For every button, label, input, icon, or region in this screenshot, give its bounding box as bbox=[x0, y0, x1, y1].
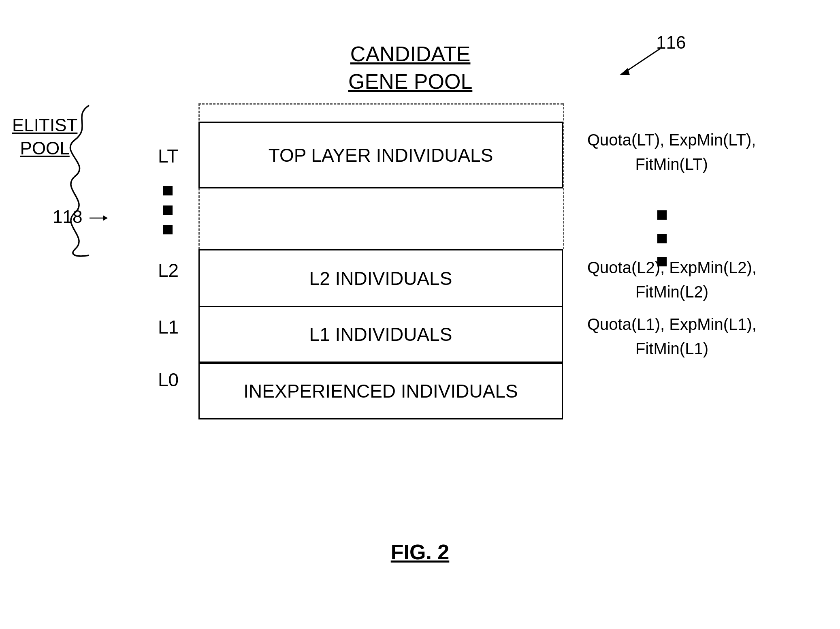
title-line2: GENE POOL bbox=[348, 70, 472, 93]
candidate-gene-pool-title: CANDIDATE GENE POOL bbox=[348, 41, 472, 95]
top-layer-text: TOP LAYER INDIVIDUALS bbox=[269, 144, 493, 166]
wavy-brace-icon bbox=[65, 103, 97, 257]
l1-box: L1 INDIVIDUALS bbox=[198, 306, 563, 363]
annotation-l1-line1: Quota(L1), ExpMin(L1), bbox=[587, 315, 757, 333]
svg-line-0 bbox=[624, 49, 660, 73]
annotation-lt-line2: FitMin(LT) bbox=[635, 155, 708, 173]
l2-box: L2 INDIVIDUALS bbox=[198, 249, 563, 306]
svg-marker-1 bbox=[620, 68, 630, 75]
l0-text: INEXPERIENCED INDIVIDUALS bbox=[243, 380, 518, 402]
svg-marker-3 bbox=[103, 215, 108, 221]
layer-l2-label: L2 bbox=[158, 259, 179, 281]
ref-118-label: 118 bbox=[53, 207, 108, 227]
annotation-l2: Quota(L2), ExpMin(L2), FitMin(L2) bbox=[587, 255, 757, 304]
annotation-l2-line1: Quota(L2), ExpMin(L2), bbox=[587, 259, 757, 276]
l2-text: L2 INDIVIDUALS bbox=[309, 267, 452, 289]
title-line1: CANDIDATE bbox=[350, 42, 471, 66]
annotation-l1: Quota(L1), ExpMin(L1), FitMin(L1) bbox=[587, 312, 757, 361]
annotation-lt: Quota(LT), ExpMin(LT), FitMin(LT) bbox=[587, 128, 756, 176]
l1-text: L1 INDIVIDUALS bbox=[309, 323, 452, 345]
annotation-l1-line2: FitMin(L1) bbox=[635, 340, 708, 357]
layer-lt-label: LT bbox=[158, 145, 178, 167]
layer-l1-label: L1 bbox=[158, 316, 179, 338]
layer-l0-label: L0 bbox=[158, 369, 179, 391]
arrow-116-icon bbox=[608, 41, 668, 81]
elitist-line2: POOL bbox=[20, 138, 70, 158]
dotted-top-line bbox=[198, 103, 563, 105]
dotted-vertical-right-line bbox=[563, 103, 564, 249]
vdots-layers-icon: ■■■ bbox=[162, 180, 174, 239]
diagram: CANDIDATE GENE POOL 116 ELITIST POOL 118… bbox=[0, 0, 840, 629]
annotation-lt-line1: Quota(LT), ExpMin(LT), bbox=[587, 131, 756, 149]
annotation-l2-line2: FitMin(L2) bbox=[635, 283, 708, 301]
top-layer-box: TOP LAYER INDIVIDUALS bbox=[198, 122, 563, 188]
l0-box: INEXPERIENCED INDIVIDUALS bbox=[198, 363, 563, 419]
figure-caption: FIG. 2 bbox=[391, 540, 449, 564]
